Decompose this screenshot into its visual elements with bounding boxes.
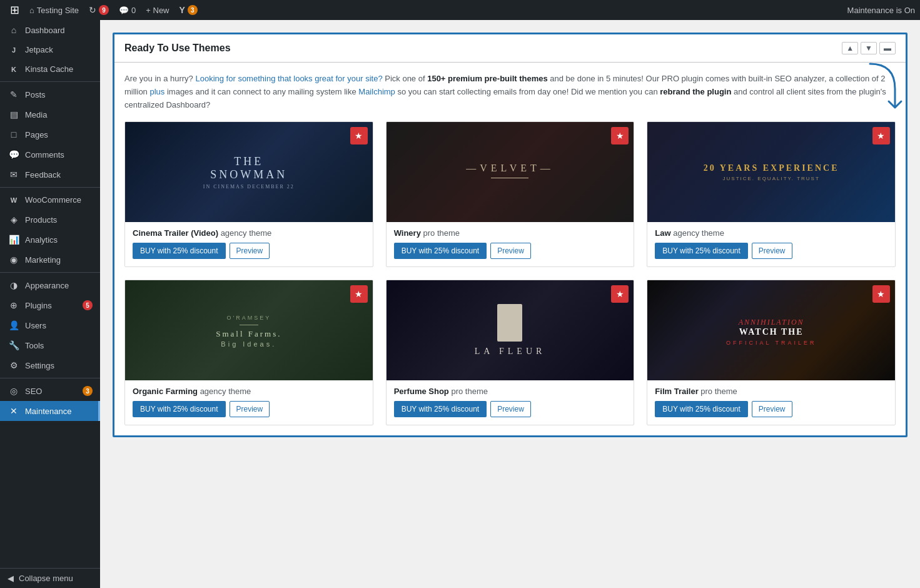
sidebar-item-label: Jetpack — [25, 45, 93, 54]
winery-title: —VELVET— — [466, 163, 554, 174]
sidebar-item-jetpack[interactable]: J Jetpack — [0, 40, 100, 59]
farm-divider — [240, 325, 258, 325]
cinema-actions: BUY with 25% discount Preview — [133, 243, 365, 259]
posts-icon: ✎ — [8, 89, 20, 99]
film-buy-button[interactable]: BUY with 25% discount — [655, 401, 748, 417]
sidebar-item-dashboard[interactable]: ⌂ Dashboard — [0, 20, 100, 40]
sidebar-item-feedback[interactable]: ✉ Feedback — [0, 165, 100, 185]
plugins-badge: 5 — [83, 300, 93, 310]
updates-button[interactable]: ↻ 9 — [84, 0, 114, 20]
sidebar-item-plugins[interactable]: ⊕ Plugins 5 — [0, 295, 100, 315]
widget-collapse-up-button[interactable]: ▲ — [842, 42, 858, 54]
media-icon: ▤ — [8, 109, 20, 119]
sidebar-item-tools[interactable]: 🔧 Tools — [0, 335, 100, 355]
winery-preview-button[interactable]: Preview — [490, 243, 531, 259]
cinema-buy-button[interactable]: BUY with 25% discount — [133, 243, 226, 259]
film-type: pro theme — [700, 387, 737, 396]
sidebar-item-marketing[interactable]: ◉ Marketing — [0, 250, 100, 270]
sidebar-item-settings[interactable]: ⚙ Settings — [0, 355, 100, 375]
widget-title: Ready To Use Themes — [124, 43, 842, 54]
sidebar-item-media[interactable]: ▤ Media — [0, 104, 100, 124]
law-sub: JUSTICE. EQUALITY. TRUST — [723, 176, 820, 181]
theme-thumbnail-law: 20 YEARS EXPERIENCE JUSTICE. EQUALITY. T… — [647, 122, 895, 222]
perfume-buy-button[interactable]: BUY with 25% discount — [394, 401, 487, 417]
users-icon: 👤 — [8, 320, 20, 330]
sidebar-item-users[interactable]: 👤 Users — [0, 315, 100, 335]
farming-type: agency theme — [200, 387, 251, 396]
sidebar-item-comments[interactable]: 💬 Comments — [0, 144, 100, 165]
film-actions: BUY with 25% discount Preview — [655, 401, 887, 417]
plugins-icon: ⊕ — [8, 300, 20, 310]
marketing-icon: ◉ — [8, 255, 20, 265]
sidebar-item-kinsta[interactable]: K Kinsta Cache — [0, 59, 100, 79]
cinema-star-badge: ★ — [350, 127, 368, 144]
perfume-preview-button[interactable]: Preview — [490, 401, 531, 417]
law-title: 20 YEARS EXPERIENCE — [704, 163, 839, 173]
farming-info: Organic Farming agency theme BUY with 25… — [125, 380, 373, 425]
sidebar-item-woocommerce[interactable]: W WooCommerce — [0, 190, 100, 210]
sidebar-item-label: Comments — [25, 150, 93, 160]
intro-link-1: Looking for something that looks great f… — [195, 74, 382, 83]
intro-text-4: images and it can connect to any mailing… — [164, 87, 358, 96]
sidebar-item-maintenance[interactable]: ✕ Maintenance — [0, 401, 100, 421]
collapse-menu-button[interactable]: ◀ Collapse menu — [0, 568, 100, 588]
farm-title: Small Farms. — [216, 329, 281, 339]
winery-actions: BUY with 25% discount Preview — [394, 243, 627, 259]
sidebar-item-label: Marketing — [25, 255, 93, 265]
sidebar-item-products[interactable]: ◈ Products — [0, 210, 100, 230]
farming-buy-button[interactable]: BUY with 25% discount — [133, 401, 226, 417]
yoast-button[interactable]: Y 3 — [174, 0, 203, 20]
cinema-preview-button[interactable]: Preview — [230, 243, 270, 259]
wp-logo-icon: ⊞ — [10, 3, 19, 17]
theme-card-law: 20 YEARS EXPERIENCE JUSTICE. EQUALITY. T… — [647, 121, 896, 267]
collapse-label: Collapse menu — [19, 574, 73, 583]
widget-minimize-button[interactable]: ▬ — [879, 42, 896, 54]
widget-controls: ▲ ▼ ▬ — [842, 42, 896, 54]
law-buy-button[interactable]: BUY with 25% discount — [655, 243, 748, 259]
farm-brand: O'RAMSEY — [226, 315, 271, 321]
site-name-button[interactable]: ⌂ Testing Site — [24, 0, 84, 20]
sidebar-item-appearance[interactable]: ◑ Appearance — [0, 275, 100, 295]
perfume-info: Perfume Shop pro theme BUY with 25% disc… — [387, 380, 634, 425]
themes-widget: Ready To Use Themes ▲ ▼ ▬ Are you in a h… — [113, 33, 907, 437]
theme-card-farming: O'RAMSEY Small Farms. Big Ideas. ★ Organ… — [124, 280, 373, 425]
law-actions: BUY with 25% discount Preview — [655, 243, 887, 259]
woocommerce-icon: W — [8, 196, 20, 204]
sidebar-item-label: Dashboard — [25, 26, 93, 35]
admin-bar: ⊞ ⌂ Testing Site ↻ 9 💬 0 + New Y 3 Maint… — [0, 0, 920, 20]
law-preview-button[interactable]: Preview — [752, 243, 792, 259]
settings-icon: ⚙ — [8, 360, 20, 370]
law-star-badge: ★ — [872, 127, 890, 144]
film-sub: OFFICIAL TRAILER — [726, 340, 817, 346]
sidebar-item-label: Appearance — [25, 281, 93, 290]
winery-buy-button[interactable]: BUY with 25% discount — [394, 243, 487, 259]
widget-body: Are you in a hurry? Looking for somethin… — [114, 63, 906, 435]
perfume-actions: BUY with 25% discount Preview — [394, 401, 627, 417]
comments-button[interactable]: 💬 0 — [114, 0, 141, 20]
sidebar-item-seo[interactable]: ◎ SEO 3 — [0, 381, 100, 401]
site-name-label: Testing Site — [37, 6, 79, 15]
appearance-icon: ◑ — [8, 280, 20, 290]
new-content-button[interactable]: + New — [141, 0, 174, 20]
theme-card-film: ANNIHILATION WATCH THE OFFICIAL TRAILER … — [647, 280, 896, 425]
wp-logo-button[interactable]: ⊞ — [5, 0, 24, 20]
themes-grid: THESNOWMAN IN CINEMAS DECEMBER 22 ★ Cine… — [124, 121, 896, 425]
updates-icon: ↻ — [89, 5, 96, 15]
widget-collapse-down-button[interactable]: ▼ — [861, 42, 877, 54]
intro-text-5: so you can start collecting emails from … — [395, 87, 660, 96]
sidebar-item-analytics[interactable]: 📊 Analytics — [0, 230, 100, 250]
tools-icon: 🔧 — [8, 340, 20, 350]
sidebar-item-pages[interactable]: □ Pages — [0, 124, 100, 144]
sidebar-item-label: Posts — [25, 90, 93, 99]
perfume-type: pro theme — [451, 387, 488, 396]
film-preview-button[interactable]: Preview — [752, 401, 792, 417]
intro-text: Are you in a hurry? Looking for somethin… — [124, 73, 896, 111]
law-name: Law agency theme — [655, 228, 887, 238]
intro-link-2: plus — [149, 87, 164, 96]
intro-bold-1: 150+ premium pre-built themes — [427, 74, 548, 83]
winery-name: Winery pro theme — [394, 228, 627, 238]
sidebar-item-label: Maintenance — [25, 407, 93, 416]
farming-preview-button[interactable]: Preview — [230, 401, 270, 417]
sidebar-item-posts[interactable]: ✎ Posts — [0, 84, 100, 104]
updates-count: 9 — [99, 5, 109, 15]
